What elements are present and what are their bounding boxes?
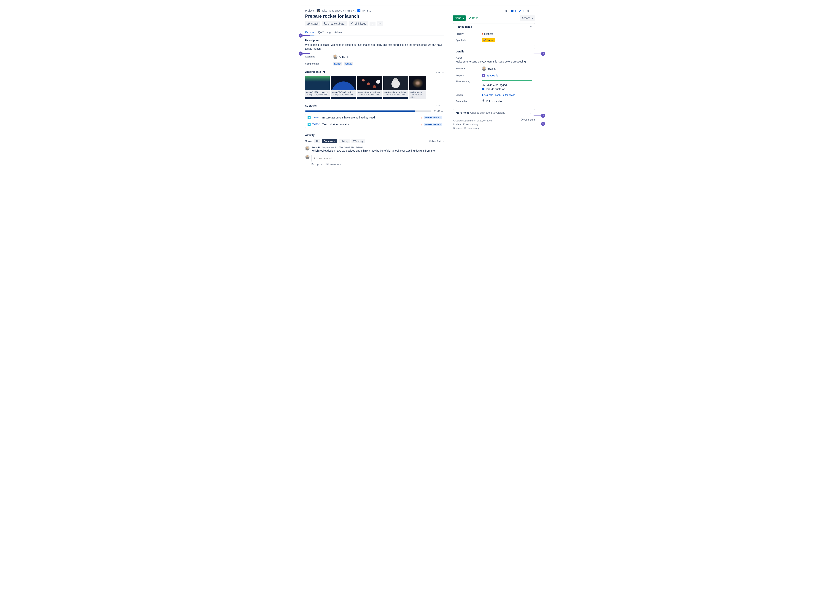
include-subtasks-checkbox[interactable]: ✓ bbox=[482, 88, 484, 90]
priority-label: Priority bbox=[456, 32, 482, 35]
annotation-1: 1 bbox=[299, 51, 303, 56]
reporter-label: Reporter bbox=[456, 67, 482, 70]
feedback-icon[interactable] bbox=[505, 9, 508, 12]
attachments-more-icon[interactable]: ••• bbox=[436, 70, 440, 75]
attachment-thumb[interactable]: guillermo-ferl... a...18 Sep 2020, 09:..… bbox=[409, 76, 426, 99]
assignee-name[interactable]: Anna R. bbox=[339, 55, 349, 58]
components-label: Components bbox=[305, 63, 333, 65]
tab-general[interactable]: General bbox=[305, 29, 315, 36]
label-chip[interactable]: outer-space bbox=[502, 94, 516, 96]
attachment-strip: nasa-OLlj17tU... ash.jpg18 Sep 2020, 09:… bbox=[305, 76, 444, 99]
link-issue-dropdown[interactable]: ⌄ bbox=[369, 22, 375, 26]
svg-point-10 bbox=[522, 119, 522, 120]
attachment-image bbox=[409, 76, 426, 90]
share-button[interactable] bbox=[527, 9, 530, 12]
configure-button[interactable]: Configure bbox=[521, 118, 535, 121]
watchers-button[interactable]: 1 bbox=[510, 9, 516, 13]
gear-icon bbox=[521, 118, 524, 121]
notes-text[interactable]: Make sure to send the QA team this issue… bbox=[456, 60, 532, 63]
breadcrumb-issue[interactable]: TMTS-1 bbox=[362, 9, 371, 12]
add-comment-input[interactable] bbox=[312, 155, 444, 162]
subtask-row[interactable]: TMTS-2 Ensure astronauts have everything… bbox=[305, 114, 444, 121]
sort-icon: ↑≡ bbox=[441, 140, 444, 143]
pinned-fields-header[interactable]: Pinned fields ⌃ bbox=[453, 23, 535, 30]
annotation-line bbox=[534, 124, 541, 124]
issue-title[interactable]: Prepare rocket for launch bbox=[305, 13, 444, 19]
comment-author[interactable]: Anna R. bbox=[312, 146, 321, 149]
vote-button[interactable]: 1 bbox=[519, 9, 524, 12]
attachment-thumb[interactable]: nasa-OLlj17tU... ash.jpg18 Sep 2020, 09:… bbox=[305, 76, 330, 99]
activity-heading: Activity bbox=[305, 133, 315, 136]
chevron-up-icon: ⌃ bbox=[530, 50, 532, 53]
subtask-icon bbox=[324, 22, 327, 25]
create-subtask-button[interactable]: Create subtask bbox=[322, 21, 347, 26]
subtask-status[interactable]: IN PROGRESS ⌄ bbox=[424, 123, 441, 126]
annotation-5: 5 bbox=[541, 122, 545, 126]
attachment-thumb[interactable]: ganapathy-ku... ash.jpg18 Sep 2020, 09:4… bbox=[357, 76, 382, 99]
attachment-image bbox=[331, 76, 356, 90]
priority-highest-icon: ↑ bbox=[482, 32, 483, 35]
details-card: Details ⌃ Notes Make sure to send the QA… bbox=[453, 48, 535, 107]
activity-tab-worklog[interactable]: Work log bbox=[352, 139, 365, 144]
chevron-up-icon: ⌃ bbox=[530, 25, 532, 28]
attachment-thumb[interactable]: niketh-vellank... ash.jpg18 Sep 2020, 09… bbox=[383, 76, 408, 99]
activity-sort-button[interactable]: Oldest first ↑≡ bbox=[429, 140, 444, 143]
comment-avatar[interactable] bbox=[305, 146, 310, 151]
more-button[interactable]: ••• bbox=[532, 9, 535, 12]
automation-link[interactable]: Rule executions bbox=[486, 100, 505, 103]
subtask-key[interactable]: TMTS-3 bbox=[312, 123, 321, 126]
link-issue-button[interactable]: Link issue bbox=[349, 21, 368, 26]
labels-label: Labels bbox=[456, 94, 482, 96]
breadcrumb-project[interactable]: Take me to space bbox=[322, 9, 342, 12]
project-link[interactable]: Spaceship bbox=[486, 74, 499, 77]
label-chip[interactable]: earth bbox=[495, 94, 501, 96]
time-tracking-label: Time tracking bbox=[456, 80, 482, 83]
actions-button[interactable]: Actions ⌄ bbox=[520, 15, 535, 21]
attachment-image bbox=[305, 76, 330, 90]
attachment-image bbox=[383, 76, 408, 90]
component-chip[interactable]: launch bbox=[333, 62, 342, 66]
reporter-name[interactable]: Bran Y. bbox=[487, 67, 496, 70]
subtask-row[interactable]: TMTS-3 Test rocket in simulator ↑ IN PRO… bbox=[305, 121, 444, 128]
description-text[interactable]: We're going to space! We need to ensure … bbox=[305, 43, 444, 51]
subtasks-progress bbox=[305, 110, 431, 111]
label-chip[interactable]: black-hole bbox=[482, 94, 494, 96]
subtasks-more-icon[interactable]: ••• bbox=[436, 104, 440, 108]
more-actions-button[interactable]: ••• bbox=[377, 21, 383, 26]
svg-rect-3 bbox=[309, 117, 310, 119]
breadcrumb-projects[interactable]: Projects bbox=[305, 9, 315, 12]
project-avatar-icon: 🚀 bbox=[318, 9, 321, 12]
breadcrumb-parent[interactable]: TMTS-4 bbox=[345, 9, 355, 12]
epic-link-badge[interactable]: 🚀Rocket bbox=[482, 38, 495, 42]
activity-tab-comments[interactable]: Comments bbox=[322, 139, 337, 144]
chevron-down-icon: ⌄ bbox=[462, 17, 464, 19]
reporter-avatar[interactable] bbox=[482, 66, 486, 71]
subtask-title[interactable]: Test rocket in simulator bbox=[322, 123, 419, 126]
automation-label: Automation bbox=[456, 100, 482, 103]
pinned-fields-card: Pinned fields ⌃ Priority ↑ Highest Epic … bbox=[453, 23, 535, 46]
attachment-thumb[interactable]: nasa-Q1p7bh3... ash.jpg18 Sep 2020, 09:4… bbox=[331, 76, 356, 99]
component-chip[interactable]: rocket bbox=[344, 62, 353, 66]
time-tracking-bar[interactable] bbox=[482, 80, 532, 81]
subtask-status[interactable]: IN PROGRESS ⌄ bbox=[424, 116, 441, 119]
tab-qa-testing[interactable]: QA Testing bbox=[318, 29, 331, 36]
annotation-2: 2 bbox=[299, 34, 303, 38]
details-header[interactable]: Details ⌃ bbox=[453, 48, 535, 55]
subtasks-add-icon[interactable]: + bbox=[442, 104, 444, 108]
attach-button[interactable]: Attach bbox=[305, 21, 321, 26]
more-fields-header[interactable]: More fields Original estimate, Fix versi… bbox=[453, 109, 535, 116]
priority-value[interactable]: Highest bbox=[484, 32, 493, 35]
svg-rect-1 bbox=[325, 24, 327, 25]
tab-admin[interactable]: Admin bbox=[334, 29, 342, 36]
assignee-avatar[interactable] bbox=[333, 54, 337, 59]
subtask-key[interactable]: TMTS-2 bbox=[312, 116, 321, 119]
subtask-title[interactable]: Ensure astronauts have everything they n… bbox=[322, 116, 419, 119]
attachment-image bbox=[357, 76, 382, 90]
chevron-down-icon: ⌄ bbox=[531, 17, 533, 19]
activity-tab-history[interactable]: History bbox=[338, 139, 350, 144]
more-icon: ••• bbox=[379, 22, 381, 25]
activity-tab-all[interactable]: All bbox=[314, 139, 320, 144]
chevron-down-icon: ⌄ bbox=[439, 116, 441, 119]
status-button[interactable]: Done ⌄ bbox=[453, 15, 466, 21]
attachments-add-icon[interactable]: + bbox=[442, 70, 444, 75]
